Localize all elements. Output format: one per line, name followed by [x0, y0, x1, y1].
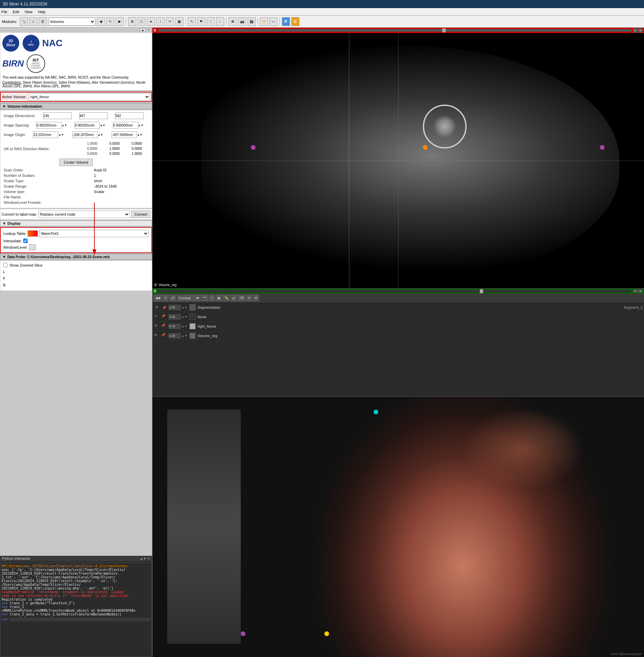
ct-pin-btn[interactable]: ◀◀	[154, 294, 162, 301]
menu-file[interactable]: File	[1, 10, 7, 14]
volume-reg-label: Volume_reg	[198, 334, 643, 338]
window-level-icon[interactable]: ⬜	[29, 244, 36, 250]
left-panel-inner: 3DSlicer ∫NAC NAC	[0, 32, 152, 556]
opacity-seg-input[interactable]	[168, 305, 181, 310]
vt-ruler-btn[interactable]: 📏	[223, 294, 230, 301]
coronal-btn1[interactable]: ⬅	[633, 289, 638, 293]
seg2-pin-icon[interactable]: 📌	[161, 314, 167, 320]
coronal-btn2[interactable]: ➡	[638, 289, 643, 293]
window-title: 3D Slicer 4.11.20210226	[3, 2, 47, 6]
scan-order-value: Axial IS	[93, 167, 150, 173]
home-icon[interactable]: ⌂	[29, 17, 38, 26]
seg4-eye-icon[interactable]: 👁	[154, 333, 160, 339]
main-layout: ▲ ✕ 3DSlicer	[0, 28, 644, 657]
seg-eye-icon[interactable]: 👁	[154, 304, 160, 310]
python-line-1: MFC\Extensions-29738\SlicerElastix\lib\S…	[2, 564, 151, 568]
vt-paint-btn[interactable]: 🖌	[231, 294, 237, 301]
convert-dropdown[interactable]: Replace current node	[39, 211, 130, 218]
cursor-icon[interactable]: ↖	[188, 17, 196, 26]
python-close-btn[interactable]: ✕	[147, 557, 150, 561]
vt-slice-btn[interactable]: ▦	[216, 294, 222, 301]
coronal-label: G	[154, 289, 157, 293]
img-origin-z[interactable]	[112, 131, 137, 138]
top-vp-btn1[interactable]: ⬅	[633, 28, 638, 33]
ct-link-btn[interactable]: 🔗	[169, 294, 176, 301]
monitor-icon[interactable]: 🖥	[229, 17, 237, 26]
circle-icon[interactable]: ●	[147, 17, 155, 26]
vt-erase-btn[interactable]: ⌫	[238, 294, 246, 301]
cube-icon[interactable]: ⬡	[138, 17, 146, 26]
seg4-pin-icon[interactable]: 📌	[161, 333, 167, 339]
view-mode-select[interactable]: Coronal	[177, 294, 201, 301]
flag-icon[interactable]: ⚑	[197, 17, 205, 26]
seg-pin-icon[interactable]: 📌	[161, 304, 167, 310]
film-icon[interactable]: 🎬	[248, 17, 256, 26]
img-origin-y[interactable]	[72, 131, 98, 138]
data-probe-header[interactable]: ▼ Data Probe: C:/Users/wmz/Desktop/seg..…	[0, 254, 152, 260]
top-viewport-image[interactable]: B: Volume_reg	[153, 33, 644, 288]
grid-icon[interactable]: ⊞	[128, 17, 136, 26]
close-left-btn[interactable]: ✕	[146, 28, 152, 32]
minus-icon[interactable]: —	[269, 17, 277, 26]
collapse-btn[interactable]: ▲	[140, 28, 146, 32]
convert-button[interactable]: Convert	[131, 211, 151, 218]
arrow-down-icon[interactable]: ↓	[216, 17, 224, 26]
vt-snap-btn[interactable]: 📷	[201, 294, 208, 301]
pin-icon[interactable]: ◀	[97, 17, 105, 26]
scissors-icon[interactable]: ✂	[166, 17, 174, 26]
show-zoom-row: Show Zoomed Slice	[2, 262, 151, 268]
menu-view[interactable]: View	[25, 10, 33, 14]
ext-icon[interactable]: E	[291, 17, 299, 26]
list-icon[interactable]: ☰	[39, 17, 47, 26]
seg3-eye-icon[interactable]: 👁	[154, 323, 160, 329]
volume-info-header[interactable]: ▼ Volume Information	[0, 103, 152, 109]
interpolate-row: Interpolate:	[2, 238, 150, 244]
vt-extra-btn[interactable]: ⚙	[253, 294, 259, 301]
python-collapse-btn[interactable]: ▲▼	[140, 557, 146, 561]
m11: 1.0000	[104, 147, 125, 151]
seg2-eye-icon[interactable]: 👁	[154, 314, 160, 320]
dots-icon[interactable]: ⁞	[157, 17, 164, 26]
f-label: F	[3, 275, 149, 282]
modules-select[interactable]: Volumes	[48, 18, 95, 26]
img-spacing-y[interactable]	[74, 122, 100, 129]
plus-yellow-icon[interactable]: ✚	[260, 17, 268, 26]
camera-icon[interactable]: 📷	[238, 17, 246, 26]
vt-rotate-btn[interactable]: ⟳	[246, 294, 252, 301]
top-vp-btn2[interactable]: ➡	[638, 28, 643, 33]
lookup-color-preview	[28, 231, 38, 237]
menu-help[interactable]: Help	[38, 10, 46, 14]
opacity-none-input[interactable]	[168, 314, 181, 320]
search-icon[interactable]: 🔍	[20, 17, 28, 26]
img-dim-y[interactable]	[79, 112, 108, 119]
show-zoom-checkbox[interactable]	[3, 263, 7, 267]
opacity-volreg-input[interactable]	[168, 333, 181, 338]
python-input[interactable]	[9, 617, 151, 621]
ijk-ras-label: IJK to RAS Direction Matrix:	[2, 140, 79, 157]
segment-row-1: 👁 📌 ▲▼ Segmentation Segment_2	[153, 303, 644, 312]
img-origin-x[interactable]	[33, 131, 58, 138]
img-dim-x[interactable]	[43, 112, 72, 119]
python-line-7: 20210924_110019_010\\input\\moving.mha',…	[2, 587, 151, 590]
active-volume-select[interactable]: right_femur	[29, 93, 150, 101]
table-icon[interactable]: ▦	[175, 17, 183, 26]
arrow-up-icon[interactable]: ↑	[207, 17, 215, 26]
bottom-viewport[interactable]: CSDN @juluwangriyue	[153, 397, 644, 657]
reload-icon[interactable]: ↻	[106, 17, 114, 26]
lookup-table-select[interactable]: WarmTint1	[39, 230, 149, 237]
ct-home-btn[interactable]: ↺	[162, 294, 168, 301]
next-icon[interactable]: ▶	[116, 17, 124, 26]
menu-edit[interactable]: Edit	[13, 10, 19, 14]
display-header[interactable]: ▼ Display	[0, 220, 152, 226]
img-spacing-z[interactable]	[113, 122, 138, 129]
python-icon[interactable]: P	[282, 17, 290, 26]
top-viewport-slider[interactable]	[158, 29, 632, 32]
img-dim-z[interactable]	[115, 112, 144, 119]
interpolate-checkbox[interactable]	[23, 239, 28, 243]
opacity-femur-input[interactable]	[168, 324, 181, 329]
vt-seg-btn[interactable]: ⬡	[209, 294, 215, 301]
seg3-pin-icon[interactable]: 📌	[161, 323, 167, 329]
center-volume-button[interactable]: Center Volume	[59, 159, 93, 166]
coronal-slider[interactable]	[158, 290, 630, 292]
img-spacing-x[interactable]	[37, 122, 62, 129]
